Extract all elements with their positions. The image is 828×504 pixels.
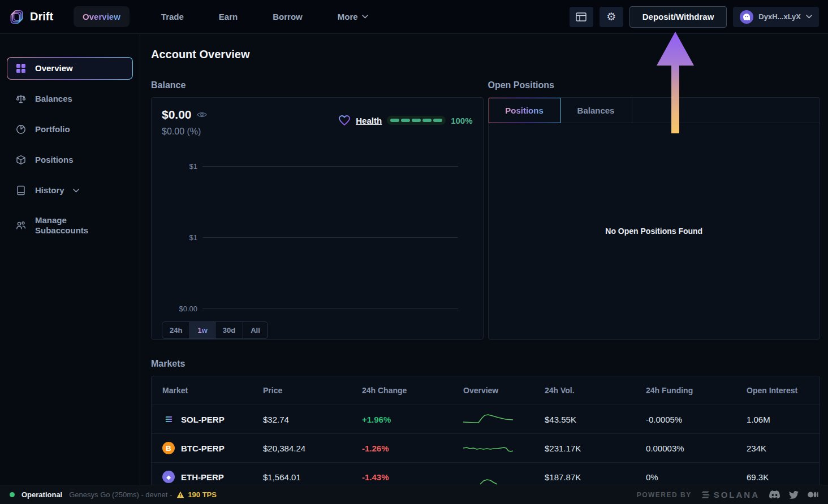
balance-panel: $0.00 $0.00 (%) [151, 97, 484, 340]
sidebar-item-positions[interactable]: Positions [7, 149, 133, 171]
scale-icon [15, 93, 27, 105]
chevron-down-icon [806, 15, 812, 19]
table-row-btc-perp[interactable]: B BTC-PERP $20,384.24 -1.26% $231.17K 0.… [152, 433, 820, 462]
balance-chart: $1 $1 $0.00 [162, 153, 473, 315]
sparkline [463, 440, 513, 456]
twitter-icon[interactable] [789, 491, 799, 499]
table-row-sol-perp[interactable]: SOL-PERP $32.74 +1.96% $43.55K -0.0005% … [152, 405, 820, 433]
app-root: Drift Overview Trade Earn Borrow More [0, 0, 828, 504]
range-30d-button[interactable]: 30d [215, 322, 243, 338]
gear-icon: ⚙ [606, 11, 616, 22]
sidebar-item-portfolio[interactable]: Portfolio [7, 118, 133, 141]
status-label: Operational [21, 490, 62, 499]
health-segment [422, 119, 432, 122]
rpc-status-text: Genesys Go (250ms) - devnet - [69, 490, 172, 499]
sidebar-item-manage-subaccounts[interactable]: Manage Subaccounts [7, 210, 133, 241]
tabs-filler [632, 98, 820, 123]
solana-icon [162, 413, 175, 425]
y-axis-tick: $0.00 [162, 305, 202, 313]
solana-bars-icon [701, 491, 710, 498]
discord-icon[interactable] [769, 490, 780, 499]
deposit-withdraw-button[interactable]: Deposit/Withdraw [629, 6, 727, 28]
markets-panel: Market Price 24h Change Overview 24h Vol… [151, 376, 820, 485]
tab-earn[interactable]: Earn [210, 6, 247, 27]
tab-more[interactable]: More [329, 6, 377, 27]
open-positions-section-label: Open Positions [488, 80, 821, 90]
tab-trade[interactable]: Trade [152, 6, 193, 27]
range-1w-button[interactable]: 1w [190, 322, 215, 338]
health-segment [401, 119, 410, 122]
range-24h-button[interactable]: 24h [162, 322, 190, 338]
drift-logo[interactable]: Drift [9, 9, 53, 25]
status-dot [10, 492, 15, 497]
markets-table-header: Market Price 24h Change Overview 24h Vol… [152, 376, 820, 405]
layout-grid-icon [576, 12, 586, 21]
phantom-ghost-icon [740, 10, 753, 24]
main-content: Account Overview Balance $0.00 [141, 34, 828, 485]
tab-positions[interactable]: Positions [489, 98, 560, 123]
range-all-button[interactable]: All [243, 322, 268, 338]
sparkline [463, 411, 513, 427]
sidebar-item-history[interactable]: History [7, 179, 133, 202]
tps-counter: 190 TPS [188, 490, 217, 499]
gridline [202, 237, 458, 238]
sparkline [463, 469, 513, 485]
cube-icon [15, 154, 27, 166]
wallet-button[interactable]: DyxH...xLyX [733, 7, 819, 27]
y-axis-tick: $1 [162, 162, 202, 171]
tab-borrow[interactable]: Borrow [264, 6, 312, 27]
bitcoin-icon: B [162, 442, 175, 454]
users-icon [15, 220, 27, 231]
solana-logo: SOLANA [701, 490, 760, 499]
eye-icon[interactable] [197, 111, 207, 118]
sidebar-item-overview[interactable]: Overview [7, 57, 133, 80]
balance-section-label: Balance [151, 80, 484, 90]
grid-icon [15, 63, 27, 74]
open-positions-panel: Positions Balances No Open Positions Fou… [488, 97, 821, 340]
pie-chart-icon [15, 124, 27, 135]
health-segment [390, 119, 399, 122]
settings-button[interactable]: ⚙ [600, 7, 623, 27]
book-icon [15, 185, 27, 196]
table-row-eth-perp[interactable]: ◆ ETH-PERP $1,564.01 -1.43% $187.87K 0% … [152, 462, 820, 485]
page-title: Account Overview [151, 48, 820, 61]
balance-amount: $0.00 [162, 108, 192, 121]
gridline [202, 309, 458, 309]
health-segment [433, 119, 442, 122]
drift-logo-icon [9, 9, 25, 25]
markets-section-label: Markets [151, 359, 820, 369]
top-actions: ⚙ Deposit/Withdraw DyxH...xLyX [570, 6, 819, 28]
ethereum-icon: ◆ [162, 471, 175, 483]
medium-icon[interactable] [808, 491, 818, 498]
empty-positions-message: No Open Positions Found [605, 227, 702, 236]
layout-grid-button[interactable] [570, 7, 593, 27]
sidebar: Overview Balances Portfolio [0, 34, 140, 485]
brand-name: Drift [30, 10, 53, 23]
gridline [202, 166, 458, 167]
health-group: Health 100% [338, 115, 472, 126]
heart-icon [338, 115, 351, 126]
time-range-selector: 24h 1w 30d All [162, 321, 268, 339]
chevron-down-icon [362, 15, 368, 19]
chevron-down-icon [73, 189, 79, 193]
health-percent: 100% [451, 116, 472, 125]
tab-overview[interactable]: Overview [74, 6, 130, 27]
wallet-address: DyxH...xLyX [758, 12, 801, 21]
tab-balances[interactable]: Balances [560, 98, 632, 123]
sidebar-item-balances[interactable]: Balances [7, 88, 133, 110]
status-bar: Operational Genesys Go (250ms) - devnet … [0, 485, 828, 504]
health-label[interactable]: Health [356, 116, 382, 125]
powered-by-label: POWERED BY [637, 491, 692, 499]
y-axis-tick: $1 [162, 233, 202, 242]
health-bar [387, 116, 446, 125]
top-bar: Drift Overview Trade Earn Borrow More [0, 0, 828, 34]
balance-amount-percent: $0.00 (%) [162, 127, 207, 137]
health-segment [412, 119, 421, 122]
warning-icon [176, 491, 184, 498]
